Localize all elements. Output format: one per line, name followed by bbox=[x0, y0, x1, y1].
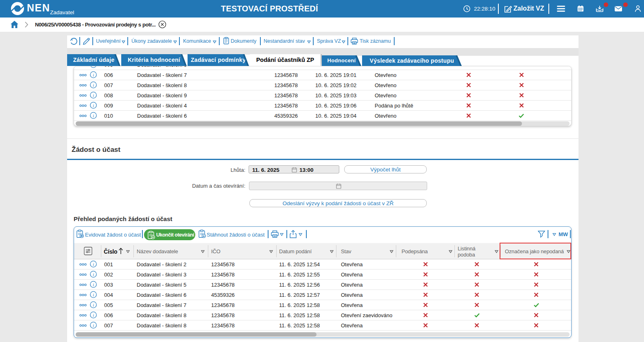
svg-text:i: i bbox=[93, 322, 94, 327]
svg-text:i: i bbox=[93, 261, 94, 266]
svg-text:i: i bbox=[93, 272, 94, 276]
svg-text:i: i bbox=[93, 66, 94, 67]
svg-text:i: i bbox=[93, 312, 94, 317]
svg-text:i: i bbox=[93, 72, 94, 77]
svg-text:i: i bbox=[93, 113, 94, 118]
svg-text:i: i bbox=[93, 103, 94, 108]
svg-text:i: i bbox=[93, 93, 94, 98]
svg-text:i: i bbox=[93, 302, 94, 307]
svg-text:i: i bbox=[93, 292, 94, 297]
svg-text:i: i bbox=[93, 282, 94, 287]
svg-text:i: i bbox=[93, 83, 94, 88]
